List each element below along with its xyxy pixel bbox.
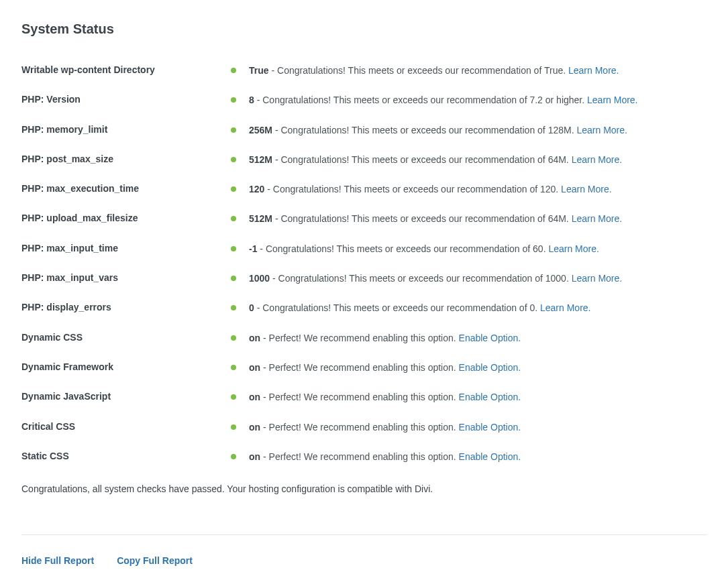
status-value: on [249,422,260,433]
status-value: 512M [249,213,272,224]
status-row: Dynamic Frameworkon - Perfect! We recomm… [21,361,707,374]
status-label: PHP: memory_limit [21,123,231,135]
status-text: - Perfect! We recommend enabling this op… [260,451,458,462]
status-text: - Congratulations! This meets or exceeds… [272,213,572,224]
status-message: 0 - Congratulations! This meets or excee… [249,301,707,314]
status-link[interactable]: Learn More. [540,302,590,313]
status-link[interactable]: Learn More. [548,243,599,254]
status-label: PHP: max_input_time [21,242,231,253]
status-dot-icon [231,394,236,400]
status-text: - Congratulations! This meets or exceeds… [270,273,572,284]
status-value: 0 [249,302,254,313]
status-row: Critical CSSon - Perfect! We recommend e… [21,420,707,434]
status-label: Dynamic JavaScript [21,390,231,402]
status-message: on - Perfect! We recommend enabling this… [249,450,707,463]
status-row: PHP: max_input_vars1000 - Congratulation… [21,272,707,285]
status-value: on [249,333,260,343]
status-row: Dynamic CSSon - Perfect! We recommend en… [21,331,707,345]
status-text: - Congratulations! This meets or exceeds… [254,302,540,313]
status-label: PHP: post_max_size [21,153,231,164]
status-value: 8 [249,95,254,105]
status-dot-icon [231,276,236,281]
status-label: Dynamic Framework [21,361,231,372]
status-value: 1000 [249,273,270,284]
status-label: PHP: display_errors [21,301,231,312]
status-dot-icon [231,216,236,221]
status-row: Static CSSon - Perfect! We recommend ena… [21,450,707,463]
status-text: - Congratulations! This meets or exceeds… [254,95,587,105]
status-row: PHP: max_execution_time120 - Congratulat… [21,182,707,196]
status-dot-icon [231,365,236,370]
divider [21,534,707,535]
status-dot-icon [231,454,236,459]
copy-full-report-link[interactable]: Copy Full Report [117,555,193,566]
page-title: System Status [21,21,707,37]
status-dot-icon [231,335,236,341]
status-text: - Perfect! We recommend enabling this op… [260,392,458,402]
status-row: PHP: upload_max_filesize512M - Congratul… [21,212,707,225]
status-link[interactable]: Enable Option. [459,333,521,343]
status-text: - Congratulations! This meets or exceeds… [257,243,548,254]
status-label: PHP: Version [21,93,231,105]
status-row: PHP: Version8 - Congratulations! This me… [21,93,707,107]
status-value: on [249,451,260,462]
status-message: 512M - Congratulations! This meets or ex… [249,153,707,166]
status-link[interactable]: Learn More. [568,65,619,76]
status-text: - Perfect! We recommend enabling this op… [260,333,458,343]
status-message: 1000 - Congratulations! This meets or ex… [249,272,707,285]
status-row: Writable wp-content DirectoryTrue - Cong… [21,64,707,77]
status-row: PHP: display_errors0 - Congratulations! … [21,301,707,314]
status-message: on - Perfect! We recommend enabling this… [249,331,707,345]
status-link[interactable]: Learn More. [572,273,622,284]
status-link[interactable]: Learn More. [572,154,622,165]
status-label: PHP: max_input_vars [21,272,231,283]
status-dot-icon [231,424,236,430]
status-dot-icon [231,97,236,103]
status-value: on [249,392,260,402]
status-link[interactable]: Enable Option. [459,362,521,373]
status-text: - Perfect! We recommend enabling this op… [260,362,458,373]
status-link[interactable]: Learn More. [576,125,627,135]
status-link[interactable]: Learn More. [561,184,611,194]
status-value: on [249,362,260,373]
status-message: 8 - Congratulations! This meets or excee… [249,93,707,107]
status-message: on - Perfect! We recommend enabling this… [249,361,707,374]
status-label: Critical CSS [21,420,231,432]
status-row: PHP: max_input_time-1 - Congratulations!… [21,242,707,255]
status-row: PHP: post_max_size512M - Congratulations… [21,153,707,166]
status-link[interactable]: Enable Option. [459,422,521,433]
status-dot-icon [231,157,236,162]
status-label: PHP: upload_max_filesize [21,212,231,223]
status-link[interactable]: Learn More. [587,95,637,105]
status-dot-icon [231,305,236,310]
status-summary: Congratulations, all system checks have … [21,483,707,494]
status-label: Dynamic CSS [21,331,231,343]
status-dot-icon [231,186,236,192]
action-links: Hide Full Report Copy Full Report [21,555,707,566]
status-text: - Congratulations! This meets or exceeds… [269,65,568,76]
hide-full-report-link[interactable]: Hide Full Report [21,555,94,566]
status-value: 512M [249,154,272,165]
status-link[interactable]: Enable Option. [459,392,521,402]
status-value: True [249,65,269,76]
status-message: on - Perfect! We recommend enabling this… [249,390,707,404]
status-dot-icon [231,246,236,251]
status-message: True - Congratulations! This meets or ex… [249,64,707,77]
status-row: PHP: memory_limit256M - Congratulations!… [21,123,707,137]
status-message: 256M - Congratulations! This meets or ex… [249,123,707,137]
status-label: Static CSS [21,450,231,461]
status-dot-icon [231,68,236,73]
status-value: 120 [249,184,264,194]
status-text: - Congratulations! This meets or exceeds… [272,154,572,165]
status-message: on - Perfect! We recommend enabling this… [249,420,707,434]
status-row: Dynamic JavaScripton - Perfect! We recom… [21,390,707,404]
status-message: 120 - Congratulations! This meets or exc… [249,182,707,196]
status-text: - Congratulations! This meets or exceeds… [264,184,561,194]
status-label: PHP: max_execution_time [21,182,231,194]
status-message: -1 - Congratulations! This meets or exce… [249,242,707,255]
status-message: 512M - Congratulations! This meets or ex… [249,212,707,225]
status-list: Writable wp-content DirectoryTrue - Cong… [21,64,707,463]
status-link[interactable]: Enable Option. [459,451,521,462]
status-link[interactable]: Learn More. [572,213,622,224]
status-label: Writable wp-content Directory [21,64,231,75]
